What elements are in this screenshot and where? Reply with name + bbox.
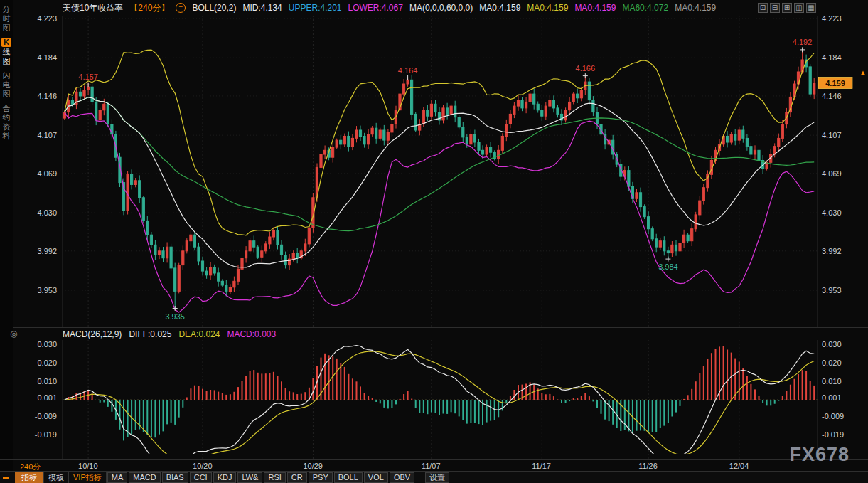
indicator-toolbar: 指标模板VIP指标MAMACDBIASCCIKDJLW&RSICRPSYBOLL… [0,471,868,483]
magnifier-icon[interactable]: ◎ [10,329,17,339]
svg-text:0.030: 0.030 [822,340,842,349]
boll-upper-value: UPPER:4.201 [289,3,342,13]
toolbar-item-14[interactable]: OBV [390,472,414,483]
svg-text:3.992: 3.992 [822,247,842,255]
toolbar-item-11[interactable]: PSY [309,472,333,483]
toolbar-item-9[interactable]: RSI [264,472,285,483]
toolbar-item-8[interactable]: LW& [237,472,262,483]
svg-text:4.164: 4.164 [398,66,418,75]
toolbar-item-4[interactable]: MACD [129,472,160,483]
toolbar-item-0[interactable]: 指标 [15,472,44,483]
date-axis: 240分 10/1010/2010/2911/0711/1711/2612/04 [0,459,868,472]
ma-value-4: MA0:4.159 [675,3,716,13]
svg-text:-0.019: -0.019 [35,430,57,439]
sidebar-tab-2[interactable]: 闪电图 [1,71,12,99]
date-label-4: 11/17 [532,462,551,470]
boll-label: BOLL(20,2) [192,3,236,13]
sidebar-tab-1[interactable]: K线图 [1,38,12,66]
toolbar-item-15[interactable]: 设置 [425,472,449,483]
svg-text:3.984: 3.984 [658,262,678,271]
main-price-chart[interactable]: 4.2234.2234.1844.1844.1464.1464.1074.107… [13,16,868,327]
window-layout-icons: ⊡⊟⊞◫▦ [758,3,816,13]
svg-text:0.030: 0.030 [37,340,57,349]
macd-label: MACD(26,12,9) [63,329,122,339]
toolbar-item-3[interactable]: MA [107,472,128,483]
current-price-tag: 4.159 [818,71,865,89]
chart-header: 美债10年收益率 【240分】 − BOLL(20,2) MID:4.134 U… [13,0,868,16]
svg-text:-0.009: -0.009 [822,412,844,420]
svg-text:4.107: 4.107 [37,131,57,139]
svg-text:-0.019: -0.019 [822,430,844,439]
svg-text:4.166: 4.166 [576,64,596,73]
toolbar-item-5[interactable]: BIAS [162,472,188,483]
date-label-5: 11/26 [638,462,658,470]
boll-mid-value: MID:4.134 [242,3,282,13]
layout-split-2-icon[interactable]: ⊟ [770,3,780,13]
svg-text:4.146: 4.146 [822,92,842,100]
macd-header: MACD(26,12,9) DIFF:0.025 DEA:0.024 MACD:… [13,327,868,340]
date-label-2: 10/29 [303,462,323,470]
svg-text:4.223: 4.223 [822,16,842,23]
svg-text:4.223: 4.223 [37,16,57,23]
toolbar-item-13[interactable]: VOL [364,472,388,483]
svg-text:0.001: 0.001 [822,393,842,402]
symbol-title: 美债10年收益率 [63,2,123,14]
ma-label: MA(0,0,0,60,0,0) [409,3,473,13]
toolbar-items: 指标模板VIP指标MAMACDBIASCCIKDJLW&RSICRPSYBOLL… [15,472,450,483]
svg-text:3.953: 3.953 [822,286,842,294]
svg-text:3.953: 3.953 [37,286,57,294]
date-label-3: 11/07 [422,462,441,470]
svg-text:0.010: 0.010 [37,377,57,386]
period-tag[interactable]: 【240分】 [129,2,169,14]
svg-text:4.184: 4.184 [822,53,842,62]
svg-text:0.001: 0.001 [37,393,57,402]
sidebar-tabs: 分时图K线图闪电图合约资料 [0,0,13,483]
svg-text:4.069: 4.069 [822,169,842,178]
layout-grid-4-icon[interactable]: ⊞ [782,3,792,13]
svg-text:0.020: 0.020 [822,359,842,367]
svg-text:3.935: 3.935 [165,312,185,321]
date-label-6: 12/04 [729,462,749,470]
sidebar-tab-0[interactable]: 分时图 [1,5,12,33]
svg-text:4.107: 4.107 [822,131,842,139]
svg-text:4.159: 4.159 [825,79,845,87]
svg-text:0.010: 0.010 [822,377,842,386]
macd-diff-value: DIFF:0.025 [129,329,171,339]
boll-lower-value: LOWER:4.067 [348,3,403,13]
date-label-1: 10/20 [193,462,213,470]
toolbar-item-2[interactable]: VIP指标 [69,472,107,483]
collapse-circle-icon[interactable]: − [176,3,186,13]
macd-dea-value: DEA:0.024 [178,329,220,339]
toolbar-item-1[interactable]: 模板 [44,472,69,483]
svg-text:4.069: 4.069 [37,169,57,178]
toolbar-handle-icon[interactable] [3,477,9,479]
svg-text:-0.009: -0.009 [35,412,57,420]
svg-text:4.192: 4.192 [793,38,813,46]
toolbar-item-7[interactable]: KDJ [213,472,237,483]
sidebar-tab-3[interactable]: 合约资料 [1,104,12,141]
svg-text:3.992: 3.992 [37,247,57,255]
toolbar-item-12[interactable]: BOLL [334,472,363,483]
svg-text:4.030: 4.030 [822,208,842,217]
svg-text:0.020: 0.020 [37,359,57,367]
svg-text:4.146: 4.146 [37,92,57,100]
layout-grid-6-icon[interactable]: ▦ [806,3,816,13]
svg-text:4.030: 4.030 [37,208,57,217]
layout-side-icon[interactable]: ◫ [794,3,804,13]
chart-application: 分时图K线图闪电图合约资料 美债10年收益率 【240分】 − BOLL(20,… [0,0,868,483]
macd-macd-value: MACD:0.003 [227,329,276,339]
watermark: FX678 [789,444,850,466]
ma-value-1: MA0:4.159 [527,3,568,13]
ma-value-2: MA0:4.159 [574,3,616,13]
toolbar-item-10[interactable]: CR [287,472,307,483]
macd-indicator-chart[interactable]: 0.0300.0300.0200.0200.0100.0100.0010.001… [13,340,868,459]
date-label-0: 10/10 [78,462,98,470]
ma-value-3: MA60:4.072 [622,3,668,13]
toolbar-item-6[interactable]: CCI [190,472,212,483]
svg-text:4.184: 4.184 [37,53,57,62]
svg-text:4.157: 4.157 [78,73,98,81]
ma-value-0: MA0:4.159 [479,3,520,13]
layout-single-icon[interactable]: ⊡ [758,3,768,13]
